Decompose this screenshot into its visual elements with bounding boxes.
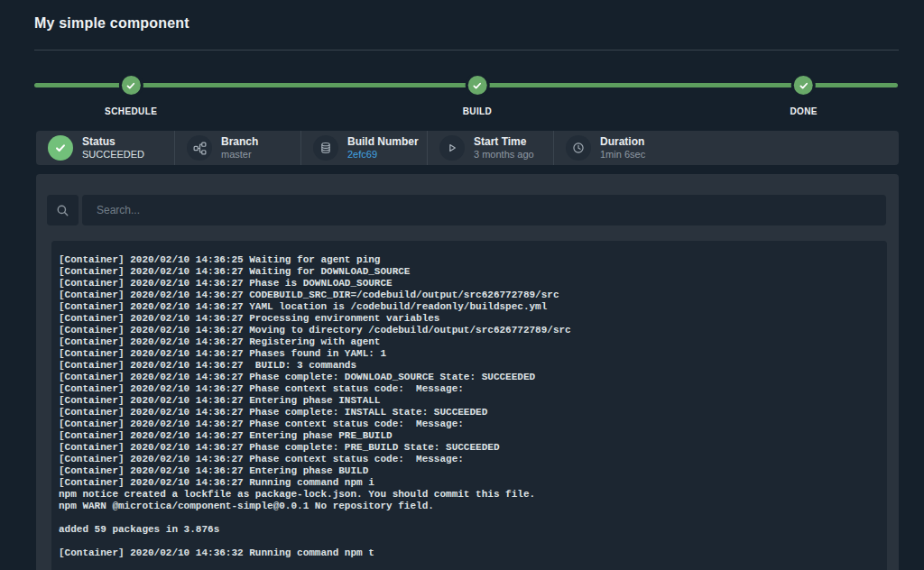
status-item-duration: Duration 1min 6sec	[553, 131, 899, 165]
step-schedule-dot	[122, 76, 141, 95]
step-build-dot	[467, 76, 486, 95]
status-item-branch: Branch master	[174, 131, 300, 165]
start-time-value: 3 months ago	[474, 150, 534, 160]
search-row	[36, 174, 899, 225]
database-icon	[313, 135, 338, 161]
status-label: Status	[82, 136, 144, 147]
search-input[interactable]	[82, 195, 886, 225]
step-build: BUILD	[463, 76, 493, 116]
step-schedule-label: SCHEDULE	[105, 106, 157, 116]
branch-label: Branch	[221, 136, 258, 147]
duration-label: Duration	[600, 136, 645, 147]
search-button[interactable]	[47, 195, 79, 225]
step-build-label: BUILD	[463, 106, 493, 116]
check-icon	[799, 80, 809, 91]
check-circle-icon	[48, 135, 73, 161]
build-number-label: Build Number	[347, 136, 419, 147]
build-stepper: SCHEDULE BUILD DONE	[34, 76, 898, 121]
page-header: My simple component	[34, 15, 189, 32]
status-bar: Status SUCCEEDED Branch master	[36, 131, 899, 165]
step-schedule: SCHEDULE	[105, 76, 157, 116]
branch-value: master	[221, 150, 258, 160]
clock-icon	[566, 135, 591, 161]
step-done-label: DONE	[790, 106, 818, 116]
start-time-label: Start Time	[474, 136, 534, 147]
check-icon	[472, 80, 483, 91]
status-item-build-number: Build Number 2efc69	[300, 131, 427, 165]
duration-value: 1min 6sec	[600, 150, 645, 160]
page-title: My simple component	[34, 15, 189, 32]
status-item-start-time: Start Time 3 months ago	[427, 131, 553, 165]
step-done: DONE	[790, 76, 818, 116]
play-icon	[439, 135, 465, 161]
check-icon	[125, 80, 136, 91]
branch-icon	[187, 135, 212, 161]
status-value: SUCCEEDED	[82, 150, 144, 160]
search-icon	[56, 204, 69, 217]
header-divider	[34, 50, 899, 51]
console-area[interactable]: [Container] 2020/02/10 14:36:25 Waiting …	[51, 241, 887, 570]
build-panel: [Container] 2020/02/10 14:36:25 Waiting …	[36, 174, 899, 570]
status-item-status: Status SUCCEEDED	[36, 131, 174, 165]
console-log: [Container] 2020/02/10 14:36:25 Waiting …	[59, 254, 878, 559]
step-done-dot	[794, 76, 813, 95]
build-number-link[interactable]: 2efc69	[347, 150, 419, 160]
